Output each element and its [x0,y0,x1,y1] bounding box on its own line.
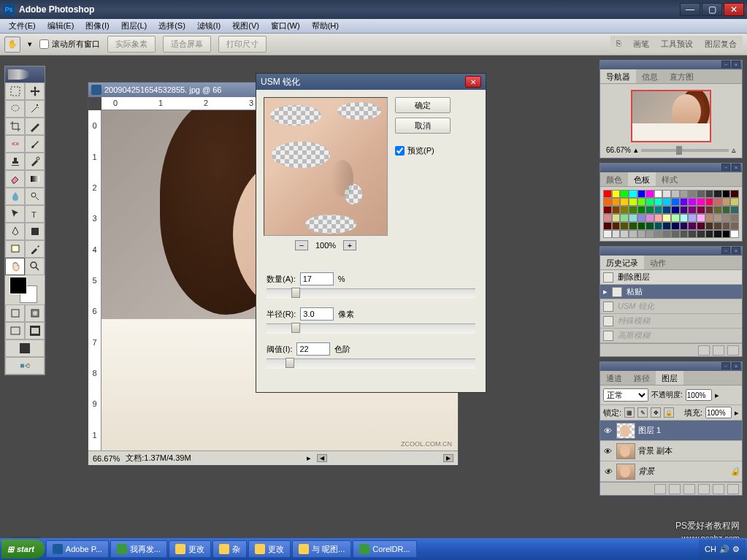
swatch[interactable] [680,190,689,198]
adjustment-layer-button[interactable] [698,484,710,494]
taskbar-item[interactable]: 杂 [212,540,247,558]
foreground-color[interactable] [9,277,27,294]
tab-histogram[interactable]: 直方图 [664,69,700,83]
swatch[interactable] [730,214,739,222]
dodge-tool[interactable] [25,188,45,205]
swatch[interactable] [722,198,731,206]
swatch[interactable] [654,230,663,238]
swatch[interactable] [697,198,705,206]
swatch[interactable] [697,230,705,238]
swatch[interactable] [680,198,689,206]
lasso-tool[interactable] [5,100,25,118]
screenmode-standard[interactable] [5,322,25,340]
swatch[interactable] [629,198,637,206]
eyedropper-tool[interactable] [25,240,45,258]
statusbar-menu-icon[interactable]: ▸ [307,453,311,463]
swatch[interactable] [722,190,731,198]
screenmode-full[interactable] [5,340,45,357]
history-brush-icon[interactable]: ▸ [603,287,608,296]
swatch[interactable] [620,222,629,230]
swatch[interactable] [646,206,654,214]
layer-mask-button[interactable] [669,484,681,494]
tab-swatches[interactable]: 色板 [628,172,656,186]
swatch[interactable] [697,214,705,222]
window-maximize-button[interactable]: ▢ [702,3,722,16]
shape-tool[interactable] [25,223,45,240]
blur-tool[interactable] [5,188,25,205]
swatch[interactable] [688,214,697,222]
taskbar-item[interactable]: 我再发... [110,540,167,558]
swatch[interactable] [671,190,680,198]
swatch[interactable] [722,214,731,222]
swatch[interactable] [705,206,714,214]
swatch[interactable] [713,214,722,222]
fill-flyout-icon[interactable]: ▸ [735,408,739,418]
swatch[interactable] [612,230,621,238]
radius-slider[interactable] [267,323,475,334]
type-tool[interactable]: T [25,205,45,223]
swatch[interactable] [629,190,637,198]
crop-tool[interactable] [5,118,25,135]
menu-edit[interactable]: 编辑(E) [42,19,80,33]
swatch[interactable] [697,190,705,198]
swatch[interactable] [662,206,671,214]
quickmask-off[interactable] [5,304,25,322]
print-size-button[interactable]: 打印尺寸 [218,36,267,53]
threshold-slider[interactable] [267,358,475,369]
opacity-flyout-icon[interactable]: ▸ [715,391,719,400]
threshold-input[interactable] [296,342,330,356]
swatch[interactable] [713,198,722,206]
new-snapshot-button[interactable] [713,345,724,356]
swatch[interactable] [671,206,680,214]
swatch[interactable] [688,190,697,198]
layer-thumbnail[interactable] [616,443,635,459]
status-zoom[interactable]: 66.67% [93,454,120,463]
visibility-icon[interactable]: 👁 [602,445,613,457]
swatch[interactable] [603,214,612,222]
swatch[interactable] [654,214,663,222]
system-tray[interactable]: CH 🔊 ⚙ [699,540,746,559]
move-tool[interactable] [25,83,45,100]
swatch[interactable] [603,222,612,230]
swatch[interactable] [680,214,689,222]
swatch[interactable] [722,222,731,230]
opt-brushes[interactable]: 画笔 [629,37,654,51]
swatch[interactable] [713,230,722,238]
actual-pixels-button[interactable]: 实际象素 [107,36,156,53]
tray-icon[interactable]: 🔊 [719,545,729,554]
swatch[interactable] [603,198,612,206]
swatch[interactable] [612,222,621,230]
visibility-icon[interactable]: 👁 [602,466,613,477]
lock-paint-icon[interactable]: ✎ [637,407,648,418]
swatch[interactable] [620,190,629,198]
tab-history[interactable]: 历史记录 [600,256,644,269]
new-layer-button[interactable] [713,484,724,494]
menu-help[interactable]: 帮助(H) [306,19,345,33]
zoom-in-icon[interactable]: ▵ [732,145,736,155]
swatch[interactable] [730,222,739,230]
menu-select[interactable]: 选择(S) [153,19,191,33]
layer-row[interactable]: 👁 背景 副本 [600,441,742,461]
tab-color[interactable]: 颜色 [600,172,628,186]
tab-actions[interactable]: 动作 [644,256,672,269]
swatch[interactable] [637,206,646,214]
ruler-vertical[interactable]: 01234567891 [88,110,101,450]
swatch[interactable] [637,198,646,206]
ok-button[interactable]: 确定 [395,97,451,113]
swatch[interactable] [637,230,646,238]
history-item[interactable]: 特殊模糊 [600,314,742,329]
dialog-titlebar[interactable]: USM 锐化 ✕ [256,74,486,90]
opt-layer-comps[interactable]: 图层复合 [700,37,741,51]
lock-transparency-icon[interactable]: ▦ [624,407,635,418]
layer-thumbnail[interactable] [616,464,635,480]
notes-tool[interactable] [5,240,25,258]
zoom-tool[interactable] [25,258,45,275]
slice-tool[interactable] [25,118,45,135]
stamp-tool[interactable] [5,153,25,170]
delete-state-button[interactable] [727,345,739,356]
lock-all-icon[interactable]: 🔒 [664,407,674,418]
swatch[interactable] [713,190,722,198]
scroll-left-button[interactable]: ◀ [317,454,327,462]
tray-icon[interactable]: ⚙ [732,545,740,554]
dropdown-icon[interactable]: ▾ [28,39,32,49]
